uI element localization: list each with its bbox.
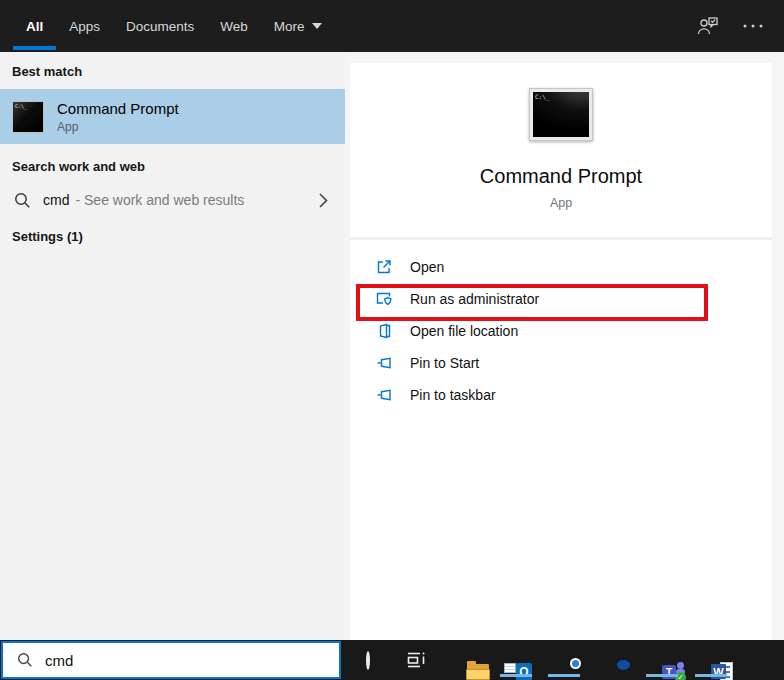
tab-all[interactable]: All — [26, 0, 43, 52]
tab-apps[interactable]: Apps — [69, 0, 100, 52]
search-results-panel: Best match C:\_ Command Prompt App Searc… — [0, 52, 345, 641]
result-type: App — [57, 120, 179, 134]
cmd-prompt-glyph: C:\_ — [15, 104, 27, 109]
action-label: Pin to taskbar — [410, 387, 496, 403]
outlook-icon[interactable]: O — [504, 648, 528, 672]
tab-more[interactable]: More — [274, 0, 322, 52]
chevron-right-icon[interactable] — [318, 192, 329, 209]
app-title: Command Prompt — [350, 165, 772, 188]
edge-icon[interactable] — [601, 648, 625, 672]
pin-icon — [375, 386, 393, 404]
chrome-icon[interactable] — [552, 648, 576, 672]
action-run-as-admin[interactable]: Run as administrator — [350, 283, 772, 315]
best-match-header: Best match — [0, 52, 345, 81]
suggestion-query: cmd — [43, 192, 69, 208]
result-title: Command Prompt — [57, 100, 179, 117]
preview-card: C:\_ Command Prompt App Open — [350, 63, 772, 640]
windows-search-flyout: All Apps Documents Web More — [0, 0, 784, 680]
taskbar-search-box[interactable] — [1, 641, 341, 679]
tab-web[interactable]: Web — [220, 0, 248, 52]
suggestion-suffix: - See work and web results — [75, 192, 244, 208]
divider — [350, 237, 772, 240]
teams-icon[interactable]: T — [650, 648, 674, 672]
word-icon[interactable]: W — [699, 648, 723, 672]
search-web-header: Search work and web — [0, 158, 345, 176]
command-prompt-icon-large: C:\_ — [529, 88, 593, 141]
web-search-suggestion[interactable]: cmd - See work and web results — [0, 181, 345, 219]
action-label: Open — [410, 259, 444, 275]
tab-web-label: Web — [220, 19, 248, 34]
action-label: Run as administrator — [410, 291, 539, 307]
task-view-icon[interactable] — [404, 648, 428, 672]
action-label: Open file location — [410, 323, 518, 339]
more-options-icon[interactable] — [742, 23, 764, 29]
best-match-result[interactable]: C:\_ Command Prompt App — [0, 89, 345, 144]
action-label: Pin to Start — [410, 355, 479, 371]
cmd-prompt-glyph: C:\_ — [535, 94, 549, 100]
pin-icon — [375, 354, 393, 372]
chevron-down-icon — [312, 23, 322, 29]
best-match-text: Command Prompt App — [57, 100, 179, 134]
action-list: Open Run as administrator — [350, 251, 772, 411]
settings-header: Settings (1) — [0, 228, 345, 246]
command-prompt-icon: C:\_ — [12, 101, 44, 133]
action-pin-to-taskbar[interactable]: Pin to taskbar — [350, 379, 772, 411]
action-pin-to-start[interactable]: Pin to Start — [350, 347, 772, 379]
file-explorer-icon[interactable] — [454, 648, 478, 672]
search-icon — [14, 192, 31, 209]
app-type: App — [350, 196, 772, 210]
filter-tabs: All Apps Documents Web More — [26, 0, 322, 52]
search-icon — [17, 652, 33, 668]
search-filter-bar: All Apps Documents Web More — [0, 0, 784, 52]
feedback-icon[interactable] — [696, 14, 720, 38]
action-open-file-location[interactable]: Open file location — [350, 315, 772, 347]
cortana-icon[interactable] — [356, 648, 380, 672]
tab-documents[interactable]: Documents — [126, 0, 194, 52]
tab-all-label: All — [26, 19, 43, 34]
preview-pane: C:\_ Command Prompt App Open — [345, 52, 784, 640]
taskbar-search-input[interactable] — [45, 652, 295, 669]
topbar-actions — [696, 0, 764, 52]
open-window-icon — [375, 258, 393, 276]
tab-documents-label: Documents — [126, 19, 194, 34]
action-open[interactable]: Open — [350, 251, 772, 283]
file-location-icon — [375, 322, 393, 340]
tab-apps-label: Apps — [69, 19, 100, 34]
admin-shield-icon — [375, 290, 393, 308]
tab-more-label: More — [274, 19, 305, 34]
